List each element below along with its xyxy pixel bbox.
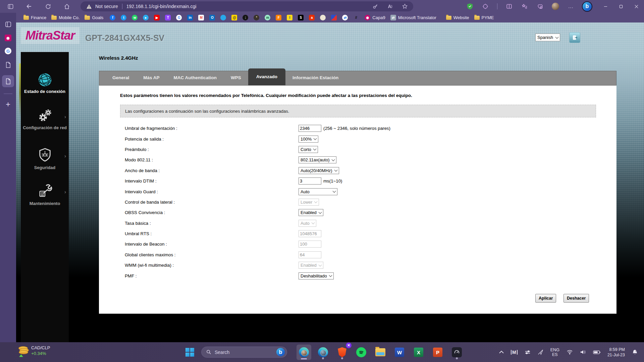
bookmark-favicon[interactable]: ⇄ (342, 15, 348, 20)
address-bar[interactable]: Not secure 192.168.1.1/cgi-bin/indexmain… (80, 1, 413, 11)
bookmark-favicon[interactable]: T (165, 15, 171, 20)
back-icon[interactable] (25, 3, 33, 10)
document-icon[interactable] (4, 61, 12, 69)
pen-icon[interactable] (538, 349, 543, 355)
profile-avatar[interactable] (552, 3, 559, 10)
bookmark-favicon[interactable]: a (309, 15, 315, 20)
battery-icon[interactable] (593, 350, 600, 354)
bookmark-favicon[interactable] (220, 15, 226, 20)
sidebar-item-seguridad[interactable]: › Seguridad (21, 148, 69, 170)
bing-icon[interactable]: b (583, 2, 592, 11)
sidebar-item-estado-de-conexion[interactable]: Estado de conexión (21, 72, 69, 94)
taskbar-app-powerpoint[interactable]: P (430, 345, 445, 360)
favorite-star-icon[interactable] (401, 3, 409, 10)
google-icon[interactable]: G (5, 48, 11, 54)
bookmark-favicon[interactable]: * (254, 15, 259, 20)
refresh-icon[interactable] (44, 3, 52, 10)
password-key-icon[interactable] (372, 3, 379, 10)
bookmark-favicon[interactable]: I (287, 15, 292, 20)
bandwidth-select[interactable]: Auto(20/40MHz) (299, 167, 339, 174)
sidebar-item-configuracion-de-red[interactable]: › Configuración de red (21, 108, 69, 130)
bookmark-folder[interactable]: Mobile Co. (51, 15, 79, 20)
apply-button[interactable]: Aplicar (535, 294, 556, 303)
bookmark-folder[interactable]: Finance (23, 15, 46, 20)
bookmark-favicon[interactable]: O (209, 15, 215, 20)
widget-finance[interactable]: CAD/CLP +0.34% (18, 345, 50, 356)
taskbar-app-word[interactable]: W (392, 345, 407, 360)
bookmark-favicon[interactable]: f (110, 15, 115, 20)
chevron-up-icon[interactable] (499, 351, 504, 354)
bookmark-favicon[interactable]: @ (231, 15, 237, 20)
bookmark-favicon[interactable]: ▸ (143, 15, 149, 20)
mixer-icon[interactable] (525, 350, 531, 355)
bookmark-named[interactable]: ⇄Microsoft Translator (390, 15, 436, 20)
bookmark-favicon[interactable]: m (265, 15, 270, 20)
router-tab[interactable]: MAC Authentication (167, 70, 224, 85)
read-aloud-icon[interactable]: A) (386, 3, 394, 10)
taskbar-app-edge-secondary[interactable] (316, 345, 330, 360)
guard-interval-select[interactable]: Auto (299, 188, 337, 195)
fragmentation-threshold-input[interactable] (299, 125, 321, 132)
bookmark-favicon[interactable] (331, 15, 337, 20)
maximize-button[interactable] (613, 0, 629, 13)
taskbar-app-speedtest[interactable] (449, 345, 464, 360)
bell-dnd-icon[interactable]: z (632, 349, 638, 355)
capa9-icon[interactable]: ◉ (5, 35, 11, 41)
new-tab-plus-icon[interactable]: + (4, 100, 12, 108)
taskbar-app-edge-profile[interactable] (297, 345, 311, 360)
m-logo-icon[interactable]: M (511, 350, 518, 355)
bookmark-favicon[interactable]: // (353, 15, 359, 20)
volume-icon[interactable] (580, 350, 586, 355)
browser-essentials-icon[interactable] (536, 3, 544, 10)
bookmark-favicon[interactable]: t (121, 15, 126, 20)
language-select[interactable]: Spanish (535, 34, 560, 41)
preamble-select[interactable]: Corto (299, 146, 318, 153)
sidebar-item-mantenimiento[interactable]: › Mantenimiento (21, 183, 69, 206)
badge-icon[interactable] (482, 3, 489, 10)
router-tab[interactable]: Más AP (136, 70, 166, 85)
mode-80211-select[interactable]: 802.11ax(auto) (299, 156, 336, 163)
split-screen-icon[interactable] (505, 3, 513, 10)
bookmark-favicon[interactable] (320, 15, 326, 20)
bookmark-favicon[interactable]: S (298, 15, 304, 20)
bookmark-named[interactable]: ◉Capa9 (365, 15, 385, 20)
bookmark-favicon[interactable]: M (198, 15, 204, 20)
taskbar-app-file-explorer[interactable] (373, 345, 388, 360)
router-tab[interactable]: Avanzado (248, 68, 285, 85)
collections-icon[interactable] (521, 3, 528, 10)
workspaces-icon[interactable] (4, 20, 12, 28)
url-text[interactable]: 192.168.1.1/cgi-bin/indexmain.cgi (126, 4, 197, 9)
bookmark-favicon[interactable]: in (187, 15, 193, 20)
taskbar-app-excel[interactable]: X (411, 345, 426, 360)
language-indicator[interactable]: ENGES (550, 348, 559, 357)
adblock-shield-icon[interactable] (466, 3, 474, 10)
undo-button[interactable]: Deshacer (564, 294, 589, 303)
obss-coexistence-select[interactable]: Enabled (299, 209, 323, 216)
taskbar-app-spotify[interactable] (354, 345, 369, 360)
output-power-select[interactable]: 100% (299, 136, 318, 143)
more-menu-icon[interactable]: … (567, 3, 575, 10)
dtim-interval-input[interactable] (299, 177, 321, 185)
bookmark-folder[interactable]: Goals (85, 15, 103, 20)
taskbar-search[interactable]: Search b (201, 347, 287, 358)
close-button[interactable] (629, 0, 644, 13)
clock[interactable]: 8:59 PM21-Jul-23 (607, 347, 625, 358)
bookmark-folder[interactable]: PYME (474, 15, 494, 20)
bookmark-favicon[interactable]: F (276, 15, 281, 20)
tab-actions-icon[interactable] (7, 3, 14, 10)
bookmark-favicon[interactable]: w (132, 15, 138, 20)
bookmark-folder[interactable]: Website (446, 15, 469, 20)
taskbar-app-brave[interactable]: ✕ (335, 345, 350, 360)
router-tab[interactable]: Información Estación (285, 70, 345, 85)
router-tab[interactable]: WPS (224, 70, 248, 85)
minimize-button[interactable] (598, 0, 613, 13)
logout-button[interactable] (569, 32, 580, 43)
wifi-icon[interactable] (567, 350, 573, 355)
start-button[interactable] (185, 348, 194, 357)
home-icon[interactable] (63, 3, 70, 10)
router-tab[interactable]: General (105, 70, 136, 85)
bookmark-favicon[interactable]: ▶ (154, 15, 160, 20)
bookmark-favicon[interactable]: : (243, 15, 248, 20)
security-label[interactable]: Not secure (95, 4, 118, 9)
bookmark-favicon[interactable]: G (176, 15, 182, 20)
